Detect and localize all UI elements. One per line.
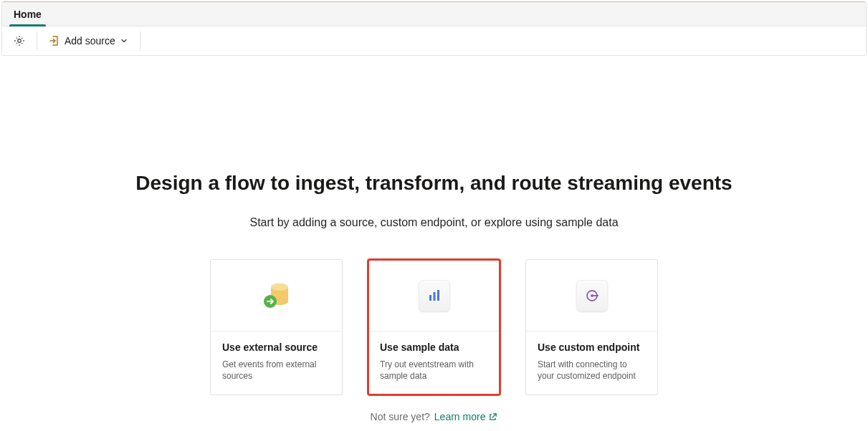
tab-home-label: Home (14, 9, 42, 20)
card-desc: Start with connecting to your customized… (538, 359, 646, 382)
cards-row: Use external source Get events from exte… (210, 259, 658, 395)
card-title: Use sample data (380, 342, 488, 353)
card-body: Use custom endpoint Start with connectin… (526, 331, 657, 394)
tab-home[interactable]: Home (9, 2, 46, 26)
icon-tile (576, 280, 608, 311)
card-body: Use external source Get events from exte… (211, 331, 342, 394)
icon-tile (419, 280, 450, 311)
tabstrip: Home (2, 2, 866, 26)
card-use-external-source[interactable]: Use external source Get events from exte… (210, 259, 343, 395)
settings-button[interactable] (8, 29, 31, 52)
card-icon-zone (526, 260, 657, 331)
card-title: Use external source (222, 342, 330, 353)
page-subhead: Start by adding a source, custom endpoin… (249, 216, 618, 229)
add-source-button[interactable]: Add source (43, 29, 134, 52)
svg-point-2 (271, 284, 288, 291)
card-desc: Try out eventstream with sample data (380, 359, 488, 382)
external-link-icon (488, 412, 497, 422)
card-title: Use custom endpoint (538, 342, 646, 353)
svg-rect-5 (433, 292, 435, 301)
card-body: Use sample data Try out eventstream with… (368, 331, 500, 394)
card-icon-zone (368, 260, 500, 331)
card-use-sample-data[interactable]: Use sample data Try out eventstream with… (368, 259, 500, 395)
login-right-icon (49, 35, 60, 47)
toolbar-divider (37, 32, 37, 50)
card-icon-zone (211, 260, 342, 331)
card-use-custom-endpoint[interactable]: Use custom endpoint Start with connectin… (525, 259, 658, 395)
add-source-label: Add source (65, 35, 115, 47)
learn-more-link[interactable]: Learn more (434, 411, 498, 422)
footer-help: Not sure yet? Learn more (371, 411, 498, 422)
gear-icon (13, 34, 26, 47)
svg-rect-6 (437, 290, 439, 301)
main-empty-state: Design a flow to ingest, transform, and … (0, 57, 868, 422)
svg-point-0 (18, 39, 22, 43)
learn-more-label: Learn more (434, 411, 486, 422)
card-desc: Get events from external sources (222, 359, 330, 382)
svg-rect-4 (429, 295, 431, 301)
bar-chart-icon (426, 288, 442, 304)
page-headline: Design a flow to ingest, transform, and … (135, 172, 732, 195)
toolbar-divider-2 (140, 32, 140, 50)
target-endpoint-icon (584, 288, 600, 304)
not-sure-text: Not sure yet? (371, 411, 430, 422)
database-import-icon (258, 277, 295, 314)
ribbon: Home Add source (1, 1, 867, 56)
toolbar: Add source (2, 26, 866, 55)
chevron-down-icon (120, 37, 128, 45)
